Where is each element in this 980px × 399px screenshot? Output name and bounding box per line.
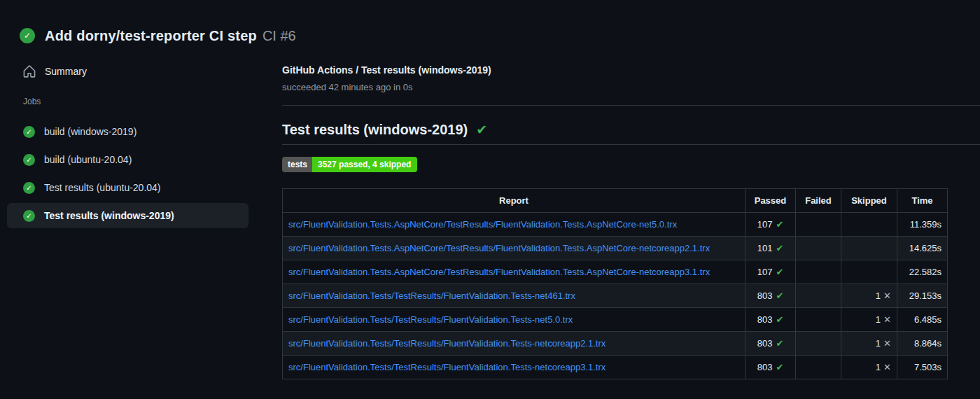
passed-count: 803 (757, 362, 773, 372)
run-title: Add dorny/test-reporter CI step (45, 28, 257, 44)
table-row: src/FluentValidation.Tests/TestResults/F… (283, 356, 948, 379)
x-icon: ✕ (883, 290, 891, 301)
passed-cell: 107✔ (746, 213, 796, 237)
skipped-cell (841, 237, 897, 260)
job-success-icon: ✓ (23, 154, 35, 166)
skipped-cell (841, 213, 897, 237)
column-header-report: Report (283, 189, 746, 213)
failed-cell (796, 213, 841, 237)
home-icon (23, 65, 36, 78)
skipped-cell: 1✕ (841, 356, 897, 379)
failed-cell (796, 308, 841, 332)
sidebar-jobs-list: ✓build (windows-2019)✓build (ubuntu-20.0… (7, 119, 280, 228)
job-success-icon: ✓ (23, 182, 35, 194)
skipped-count: 1 (876, 314, 881, 325)
skipped-cell: 1✕ (841, 332, 897, 356)
passed-cell: 803✔ (746, 308, 796, 332)
skipped-cell: 1✕ (841, 308, 897, 332)
report-cell: src/FluentValidation.Tests.AspNetCore/Te… (283, 260, 746, 284)
job-label: build (windows-2019) (44, 126, 136, 137)
main-panel: GitHub Actions / Test results (windows-2… (280, 50, 980, 379)
passed-count: 107 (757, 267, 773, 277)
table-row: src/FluentValidation.Tests/TestResults/F… (283, 284, 948, 308)
sidebar-item-summary[interactable]: Summary (7, 59, 248, 84)
test-results-table: Report Passed Failed Skipped Time src/Fl… (282, 188, 948, 379)
report-link[interactable]: src/FluentValidation.Tests.AspNetCore/Te… (288, 267, 710, 277)
check-icon: ✔ (776, 314, 783, 325)
passed-count: 803 (757, 290, 773, 301)
report-cell: src/FluentValidation.Tests/TestResults/F… (283, 356, 746, 379)
tests-badge-label: tests (282, 157, 312, 172)
tests-badge: tests 3527 passed, 4 skipped (282, 157, 417, 172)
table-row: src/FluentValidation.Tests.AspNetCore/Te… (283, 260, 948, 284)
passed-cell: 101✔ (746, 237, 796, 260)
job-success-icon: ✓ (23, 126, 35, 138)
table-row: src/FluentValidation.Tests/TestResults/F… (283, 332, 948, 356)
table-row: src/FluentValidation.Tests.AspNetCore/Te… (283, 213, 948, 237)
table-body: src/FluentValidation.Tests.AspNetCore/Te… (283, 213, 948, 379)
check-icon: ✔ (776, 290, 783, 301)
sidebar-job-item-3[interactable]: ✓Test results (windows-2019) (7, 203, 248, 228)
time-cell: 22.582s (897, 260, 948, 284)
run-header: ✓ Add dorny/test-reporter CI step CI #6 (0, 0, 980, 50)
tests-badge-value: 3527 passed, 4 skipped (312, 157, 417, 172)
skipped-count: 1 (876, 338, 881, 349)
time-cell: 29.153s (897, 284, 948, 308)
report-link[interactable]: src/FluentValidation.Tests/TestResults/F… (288, 338, 606, 349)
x-icon: ✕ (883, 338, 891, 349)
passed-cell: 803✔ (746, 284, 796, 308)
report-link[interactable]: src/FluentValidation.Tests/TestResults/F… (288, 314, 573, 325)
passed-cell: 803✔ (746, 356, 796, 379)
time-cell: 11.359s (897, 213, 948, 237)
skipped-count: 1 (876, 290, 881, 301)
report-cell: src/FluentValidation.Tests/TestResults/F… (283, 308, 746, 332)
divider-section (282, 144, 980, 145)
sidebar-job-item-2[interactable]: ✓Test results (ubuntu-20.04) (7, 175, 248, 200)
failed-cell (796, 332, 841, 356)
run-status-line: succeeded 42 minutes ago in 0s (282, 82, 980, 92)
check-run-breadcrumb: GitHub Actions / Test results (windows-2… (282, 64, 980, 76)
table-header-row: Report Passed Failed Skipped Time (283, 189, 948, 213)
report-link[interactable]: src/FluentValidation.Tests.AspNetCore/Te… (288, 219, 677, 230)
job-label: Test results (ubuntu-20.04) (44, 182, 161, 193)
check-icon: ✔ (776, 338, 783, 349)
check-icon: ✔ (776, 243, 783, 253)
column-header-skipped: Skipped (841, 189, 897, 213)
passed-cell: 803✔ (746, 332, 796, 356)
report-cell: src/FluentValidation.Tests.AspNetCore/Te… (283, 213, 746, 237)
content: Summary Jobs ✓build (windows-2019)✓build… (0, 50, 980, 379)
column-header-time: Time (897, 189, 948, 213)
report-link[interactable]: src/FluentValidation.Tests/TestResults/F… (288, 362, 606, 372)
skipped-cell: 1✕ (841, 284, 897, 308)
skipped-count: 1 (876, 362, 881, 372)
passed-count: 101 (757, 243, 773, 253)
time-cell: 6.485s (897, 308, 948, 332)
x-icon: ✕ (883, 362, 891, 372)
skipped-cell (841, 260, 897, 284)
report-link[interactable]: src/FluentValidation.Tests.AspNetCore/Te… (288, 243, 710, 253)
table-row: src/FluentValidation.Tests/TestResults/F… (283, 308, 948, 332)
passed-cell: 107✔ (746, 260, 796, 284)
check-icon: ✔ (776, 362, 783, 372)
column-header-failed: Failed (796, 189, 841, 213)
check-icon: ✔ (776, 267, 783, 277)
failed-cell (796, 284, 841, 308)
passed-count: 803 (757, 314, 773, 325)
section-title: Test results (windows-2019) (282, 122, 468, 138)
job-label: Test results (windows-2019) (44, 210, 174, 221)
sidebar-job-item-0[interactable]: ✓build (windows-2019) (7, 119, 248, 144)
divider-top (282, 105, 980, 106)
passed-count: 107 (757, 219, 773, 230)
job-label: build (ubuntu-20.04) (44, 154, 132, 165)
section-check-icon: ✔ (476, 122, 487, 138)
report-link[interactable]: src/FluentValidation.Tests/TestResults/F… (288, 290, 575, 301)
time-cell: 14.625s (897, 237, 948, 260)
column-header-passed: Passed (746, 189, 796, 213)
sidebar-job-item-1[interactable]: ✓build (ubuntu-20.04) (7, 147, 248, 172)
report-cell: src/FluentValidation.Tests/TestResults/F… (283, 284, 746, 308)
passed-count: 803 (757, 338, 773, 349)
check-icon: ✔ (776, 219, 783, 230)
run-success-icon: ✓ (20, 28, 35, 43)
report-cell: src/FluentValidation.Tests/TestResults/F… (283, 332, 746, 356)
time-cell: 8.864s (897, 332, 948, 356)
